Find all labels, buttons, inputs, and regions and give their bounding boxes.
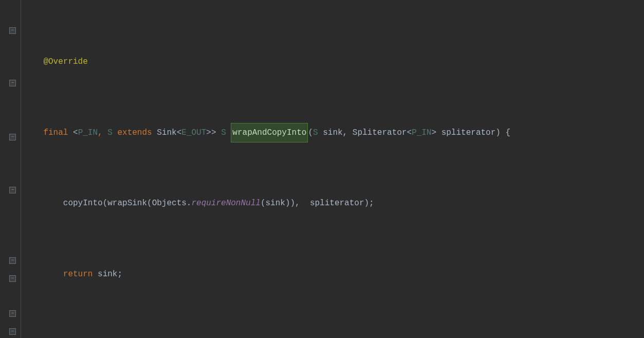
- code-line[interactable]: final <P_IN, S extends Sink<E_OUT>> S wr…: [24, 124, 644, 141]
- annotation: @Override: [43, 53, 87, 70]
- highlighted-method: wrapAndCopyInto: [231, 123, 308, 143]
- code-area[interactable]: @Override final <P_IN, S extends Sink<E_…: [21, 0, 644, 338]
- code-line[interactable]: copyInto(wrapSink(Objects.requireNonNull…: [24, 194, 644, 212]
- fold-icon[interactable]: [9, 275, 16, 282]
- fold-icon[interactable]: [9, 328, 16, 335]
- code-editor[interactable]: @Override final <P_IN, S extends Sink<E_…: [0, 0, 644, 338]
- fold-icon[interactable]: [9, 257, 16, 264]
- gutter: [0, 0, 21, 338]
- fold-icon[interactable]: [9, 80, 16, 86]
- code-line[interactable]: }: [24, 336, 644, 338]
- fold-icon[interactable]: [9, 27, 16, 34]
- fold-icon[interactable]: [9, 187, 16, 193]
- fold-icon[interactable]: [9, 134, 16, 140]
- fold-icon[interactable]: [9, 310, 16, 317]
- code-line[interactable]: return sink;: [24, 265, 644, 283]
- code-line[interactable]: @Override: [24, 53, 644, 70]
